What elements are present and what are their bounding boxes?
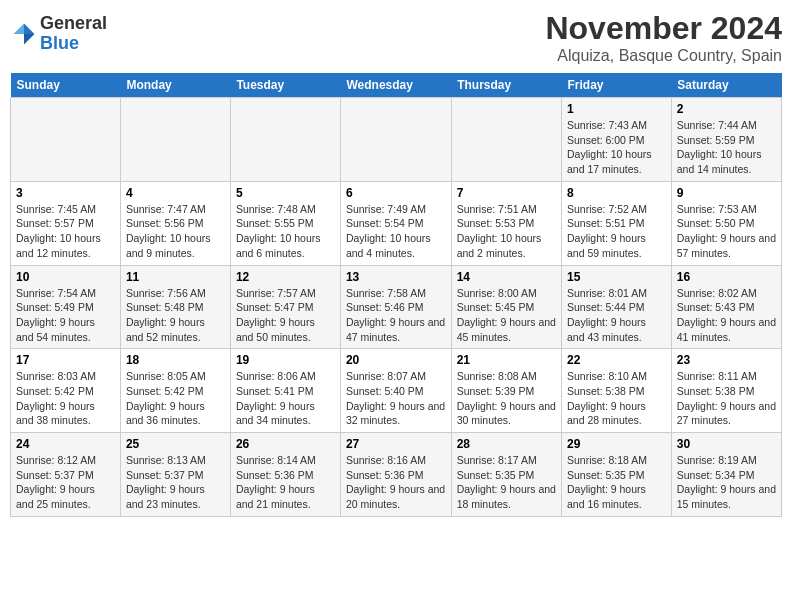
day-number: 14 [457, 270, 556, 284]
day-number: 6 [346, 186, 446, 200]
calendar-week-row: 10Sunrise: 7:54 AM Sunset: 5:49 PM Dayli… [11, 265, 782, 349]
day-number: 7 [457, 186, 556, 200]
calendar-cell: 28Sunrise: 8:17 AM Sunset: 5:35 PM Dayli… [451, 433, 561, 517]
calendar-week-row: 1Sunrise: 7:43 AM Sunset: 6:00 PM Daylig… [11, 98, 782, 182]
day-info: Sunrise: 7:56 AM Sunset: 5:48 PM Dayligh… [126, 286, 225, 345]
day-info: Sunrise: 7:54 AM Sunset: 5:49 PM Dayligh… [16, 286, 115, 345]
day-info: Sunrise: 8:11 AM Sunset: 5:38 PM Dayligh… [677, 369, 776, 428]
day-info: Sunrise: 8:08 AM Sunset: 5:39 PM Dayligh… [457, 369, 556, 428]
calendar-cell: 23Sunrise: 8:11 AM Sunset: 5:38 PM Dayli… [671, 349, 781, 433]
calendar-cell: 12Sunrise: 7:57 AM Sunset: 5:47 PM Dayli… [230, 265, 340, 349]
calendar-cell: 29Sunrise: 8:18 AM Sunset: 5:35 PM Dayli… [561, 433, 671, 517]
day-number: 23 [677, 353, 776, 367]
calendar-cell: 17Sunrise: 8:03 AM Sunset: 5:42 PM Dayli… [11, 349, 121, 433]
day-number: 15 [567, 270, 666, 284]
calendar-cell: 19Sunrise: 8:06 AM Sunset: 5:41 PM Dayli… [230, 349, 340, 433]
day-info: Sunrise: 7:49 AM Sunset: 5:54 PM Dayligh… [346, 202, 446, 261]
calendar-cell [11, 98, 121, 182]
calendar-week-row: 3Sunrise: 7:45 AM Sunset: 5:57 PM Daylig… [11, 181, 782, 265]
day-number: 18 [126, 353, 225, 367]
day-number: 2 [677, 102, 776, 116]
day-number: 30 [677, 437, 776, 451]
day-number: 26 [236, 437, 335, 451]
svg-marker-0 [24, 23, 35, 34]
day-info: Sunrise: 8:03 AM Sunset: 5:42 PM Dayligh… [16, 369, 115, 428]
calendar-cell: 26Sunrise: 8:14 AM Sunset: 5:36 PM Dayli… [230, 433, 340, 517]
calendar-cell: 5Sunrise: 7:48 AM Sunset: 5:55 PM Daylig… [230, 181, 340, 265]
page-subtitle: Alquiza, Basque Country, Spain [545, 47, 782, 65]
calendar-cell: 21Sunrise: 8:08 AM Sunset: 5:39 PM Dayli… [451, 349, 561, 433]
calendar-cell: 16Sunrise: 8:02 AM Sunset: 5:43 PM Dayli… [671, 265, 781, 349]
calendar-cell [120, 98, 230, 182]
calendar-cell: 2Sunrise: 7:44 AM Sunset: 5:59 PM Daylig… [671, 98, 781, 182]
calendar-cell: 7Sunrise: 7:51 AM Sunset: 5:53 PM Daylig… [451, 181, 561, 265]
day-number: 21 [457, 353, 556, 367]
day-info: Sunrise: 8:07 AM Sunset: 5:40 PM Dayligh… [346, 369, 446, 428]
day-number: 25 [126, 437, 225, 451]
calendar-cell: 8Sunrise: 7:52 AM Sunset: 5:51 PM Daylig… [561, 181, 671, 265]
page-title: November 2024 [545, 10, 782, 47]
day-number: 28 [457, 437, 556, 451]
calendar-cell: 9Sunrise: 7:53 AM Sunset: 5:50 PM Daylig… [671, 181, 781, 265]
day-of-week-header: Tuesday [230, 73, 340, 98]
day-of-week-header: Saturday [671, 73, 781, 98]
day-number: 3 [16, 186, 115, 200]
day-info: Sunrise: 8:00 AM Sunset: 5:45 PM Dayligh… [457, 286, 556, 345]
day-number: 8 [567, 186, 666, 200]
day-number: 10 [16, 270, 115, 284]
calendar-cell: 27Sunrise: 8:16 AM Sunset: 5:36 PM Dayli… [340, 433, 451, 517]
day-info: Sunrise: 8:06 AM Sunset: 5:41 PM Dayligh… [236, 369, 335, 428]
day-info: Sunrise: 8:14 AM Sunset: 5:36 PM Dayligh… [236, 453, 335, 512]
day-of-week-header: Wednesday [340, 73, 451, 98]
day-info: Sunrise: 8:05 AM Sunset: 5:42 PM Dayligh… [126, 369, 225, 428]
calendar-cell: 13Sunrise: 7:58 AM Sunset: 5:46 PM Dayli… [340, 265, 451, 349]
day-of-week-header: Monday [120, 73, 230, 98]
calendar-table: SundayMondayTuesdayWednesdayThursdayFrid… [10, 73, 782, 517]
day-number: 24 [16, 437, 115, 451]
day-info: Sunrise: 8:18 AM Sunset: 5:35 PM Dayligh… [567, 453, 666, 512]
calendar-cell: 10Sunrise: 7:54 AM Sunset: 5:49 PM Dayli… [11, 265, 121, 349]
day-info: Sunrise: 8:10 AM Sunset: 5:38 PM Dayligh… [567, 369, 666, 428]
day-number: 27 [346, 437, 446, 451]
day-number: 9 [677, 186, 776, 200]
calendar-header-row: SundayMondayTuesdayWednesdayThursdayFrid… [11, 73, 782, 98]
title-block: November 2024 Alquiza, Basque Country, S… [545, 10, 782, 65]
day-info: Sunrise: 7:57 AM Sunset: 5:47 PM Dayligh… [236, 286, 335, 345]
day-info: Sunrise: 8:12 AM Sunset: 5:37 PM Dayligh… [16, 453, 115, 512]
day-info: Sunrise: 7:44 AM Sunset: 5:59 PM Dayligh… [677, 118, 776, 177]
calendar-week-row: 17Sunrise: 8:03 AM Sunset: 5:42 PM Dayli… [11, 349, 782, 433]
day-of-week-header: Friday [561, 73, 671, 98]
day-number: 17 [16, 353, 115, 367]
day-number: 12 [236, 270, 335, 284]
calendar-cell [230, 98, 340, 182]
day-info: Sunrise: 8:13 AM Sunset: 5:37 PM Dayligh… [126, 453, 225, 512]
calendar-cell: 1Sunrise: 7:43 AM Sunset: 6:00 PM Daylig… [561, 98, 671, 182]
day-info: Sunrise: 7:58 AM Sunset: 5:46 PM Dayligh… [346, 286, 446, 345]
day-info: Sunrise: 7:52 AM Sunset: 5:51 PM Dayligh… [567, 202, 666, 261]
calendar-cell: 3Sunrise: 7:45 AM Sunset: 5:57 PM Daylig… [11, 181, 121, 265]
calendar-week-row: 24Sunrise: 8:12 AM Sunset: 5:37 PM Dayli… [11, 433, 782, 517]
day-number: 22 [567, 353, 666, 367]
svg-marker-2 [14, 23, 25, 34]
day-info: Sunrise: 8:02 AM Sunset: 5:43 PM Dayligh… [677, 286, 776, 345]
day-number: 19 [236, 353, 335, 367]
page-header: General Blue November 2024 Alquiza, Basq… [10, 10, 782, 65]
calendar-cell [451, 98, 561, 182]
day-number: 11 [126, 270, 225, 284]
calendar-cell: 14Sunrise: 8:00 AM Sunset: 5:45 PM Dayli… [451, 265, 561, 349]
day-info: Sunrise: 7:47 AM Sunset: 5:56 PM Dayligh… [126, 202, 225, 261]
calendar-cell: 15Sunrise: 8:01 AM Sunset: 5:44 PM Dayli… [561, 265, 671, 349]
day-info: Sunrise: 7:53 AM Sunset: 5:50 PM Dayligh… [677, 202, 776, 261]
calendar-cell: 30Sunrise: 8:19 AM Sunset: 5:34 PM Dayli… [671, 433, 781, 517]
day-info: Sunrise: 7:48 AM Sunset: 5:55 PM Dayligh… [236, 202, 335, 261]
calendar-cell: 11Sunrise: 7:56 AM Sunset: 5:48 PM Dayli… [120, 265, 230, 349]
day-number: 5 [236, 186, 335, 200]
day-number: 1 [567, 102, 666, 116]
day-number: 4 [126, 186, 225, 200]
calendar-cell: 25Sunrise: 8:13 AM Sunset: 5:37 PM Dayli… [120, 433, 230, 517]
logo-text: General Blue [40, 14, 107, 54]
day-info: Sunrise: 8:17 AM Sunset: 5:35 PM Dayligh… [457, 453, 556, 512]
day-info: Sunrise: 7:45 AM Sunset: 5:57 PM Dayligh… [16, 202, 115, 261]
day-number: 29 [567, 437, 666, 451]
calendar-cell [340, 98, 451, 182]
